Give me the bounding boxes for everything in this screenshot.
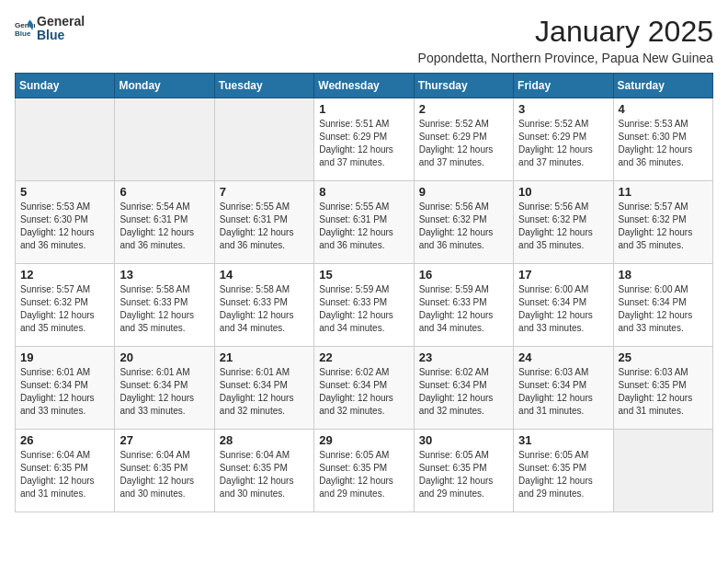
day-info-line: Daylight: 12 hours [419,144,508,156]
day-number: 8 [319,185,408,199]
day-number: 28 [220,433,309,447]
day-info-line: Sunrise: 6:05 AM [419,449,508,462]
day-cell: 3Sunrise: 5:52 AMSunset: 6:29 PMDaylight… [514,98,613,181]
day-info-line: Sunrise: 6:04 AM [119,449,209,462]
day-info-line: and 36 minutes. [619,156,708,169]
day-number: 1 [319,102,408,116]
day-number: 15 [319,268,408,282]
day-info-line: Daylight: 12 hours [220,475,309,488]
calendar-table: SundayMondayTuesdayWednesdayThursdayFrid… [15,73,713,512]
day-info-line: Sunset: 6:29 PM [319,131,408,144]
location-title: Popondetta, Northern Province, Papua New… [418,51,713,65]
logo-blue: Blue [37,29,85,42]
day-info-line: and 36 minutes. [319,239,408,252]
day-info-line: Sunrise: 5:58 AM [220,283,309,296]
day-number: 27 [119,433,209,447]
day-cell: 13Sunrise: 5:58 AMSunset: 6:33 PMDayligh… [115,264,214,347]
day-cell: 1Sunrise: 5:51 AMSunset: 6:29 PMDaylight… [314,98,414,181]
day-info-line: and 35 minutes. [619,239,708,252]
day-info-line: Sunrise: 6:05 AM [518,449,608,462]
day-info-line: and 32 minutes. [319,405,408,418]
day-info-line: Daylight: 12 hours [419,475,508,488]
day-info-line: Daylight: 12 hours [319,144,408,156]
day-info-line: and 31 minutes. [518,405,608,418]
week-row-1: 1Sunrise: 5:51 AMSunset: 6:29 PMDaylight… [16,98,713,181]
day-info-line: and 31 minutes. [20,488,109,500]
day-number: 23 [419,350,508,364]
day-info-line: Daylight: 12 hours [20,226,109,239]
day-info-line: Sunset: 6:31 PM [119,213,209,226]
day-info-line: Sunrise: 5:55 AM [319,201,408,213]
day-cell: 25Sunrise: 6:03 AMSunset: 6:35 PMDayligh… [613,347,712,430]
header-monday: Monday [115,74,214,98]
day-cell: 9Sunrise: 5:56 AMSunset: 6:32 PMDaylight… [414,181,513,264]
day-number: 20 [119,350,209,364]
header-friday: Friday [514,74,613,98]
day-info-line: and 34 minutes. [220,322,309,335]
day-info-line: Sunrise: 5:51 AM [319,118,408,131]
day-info-line: Sunrise: 5:57 AM [619,201,708,213]
day-info-line: Sunset: 6:33 PM [419,296,508,309]
day-info-line: and 37 minutes. [419,156,508,169]
day-info-line: Sunrise: 6:00 AM [518,283,608,296]
day-number: 16 [419,268,508,282]
day-info-line: Daylight: 12 hours [619,144,708,156]
day-number: 7 [220,185,309,199]
day-number: 4 [619,102,708,116]
day-info-line: Sunrise: 6:03 AM [619,366,708,379]
day-info-line: Sunrise: 5:53 AM [619,118,708,131]
day-info-line: Daylight: 12 hours [419,392,508,405]
day-info-line: and 37 minutes. [319,156,408,169]
day-info-line: and 36 minutes. [119,239,209,252]
day-info-line: Sunset: 6:34 PM [220,379,309,392]
day-info-line: Sunrise: 5:55 AM [220,201,309,213]
day-info-line: Sunset: 6:34 PM [20,379,109,392]
day-info-line: and 35 minutes. [518,239,608,252]
day-info-line: Sunrise: 6:03 AM [518,366,608,379]
day-info-line: Sunrise: 5:54 AM [119,201,209,213]
day-cell: 28Sunrise: 6:04 AMSunset: 6:35 PMDayligh… [214,430,313,512]
day-cell: 18Sunrise: 6:00 AMSunset: 6:34 PMDayligh… [613,264,712,347]
day-cell: 20Sunrise: 6:01 AMSunset: 6:34 PMDayligh… [115,347,214,430]
header-saturday: Saturday [613,74,712,98]
day-number: 19 [20,350,109,364]
day-number: 31 [518,433,608,447]
day-info-line: Daylight: 12 hours [619,226,708,239]
day-cell: 14Sunrise: 5:58 AMSunset: 6:33 PMDayligh… [214,264,313,347]
day-info-line: Daylight: 12 hours [319,392,408,405]
day-cell: 5Sunrise: 5:53 AMSunset: 6:30 PMDaylight… [16,181,115,264]
day-cell [115,98,214,181]
day-info-line: Daylight: 12 hours [119,309,209,322]
day-info-line: Sunrise: 5:53 AM [20,201,109,213]
day-info-line: and 30 minutes. [220,488,309,500]
day-info-line: and 36 minutes. [220,239,309,252]
day-cell: 16Sunrise: 5:59 AMSunset: 6:33 PMDayligh… [414,264,513,347]
day-info-line: Sunset: 6:32 PM [419,213,508,226]
day-info-line: Sunrise: 6:05 AM [319,449,408,462]
week-row-2: 5Sunrise: 5:53 AMSunset: 6:30 PMDaylight… [16,181,713,264]
day-info-line: Sunrise: 6:04 AM [220,449,309,462]
day-info-line: Daylight: 12 hours [20,475,109,488]
day-cell [214,98,313,181]
day-info-line: Sunset: 6:35 PM [518,462,608,475]
day-cell: 24Sunrise: 6:03 AMSunset: 6:34 PMDayligh… [514,347,613,430]
day-cell: 6Sunrise: 5:54 AMSunset: 6:31 PMDaylight… [115,181,214,264]
day-number: 17 [518,268,608,282]
day-number: 24 [518,350,608,364]
day-number: 5 [20,185,109,199]
day-info-line: and 37 minutes. [518,156,608,169]
day-info-line: Sunrise: 6:00 AM [619,283,708,296]
day-info-line: Daylight: 12 hours [518,392,608,405]
calendar-header-row: SundayMondayTuesdayWednesdayThursdayFrid… [16,74,713,98]
day-cell: 2Sunrise: 5:52 AMSunset: 6:29 PMDaylight… [414,98,513,181]
day-number: 21 [220,350,309,364]
header-wednesday: Wednesday [314,74,414,98]
day-cell: 19Sunrise: 6:01 AMSunset: 6:34 PMDayligh… [16,347,115,430]
day-info-line: Sunrise: 6:02 AM [319,366,408,379]
day-info-line: and 35 minutes. [119,322,209,335]
day-info-line: and 33 minutes. [518,322,608,335]
day-cell: 4Sunrise: 5:53 AMSunset: 6:30 PMDaylight… [613,98,712,181]
day-info-line: Sunset: 6:35 PM [220,462,309,475]
day-number: 10 [518,185,608,199]
day-info-line: and 31 minutes. [619,405,708,418]
